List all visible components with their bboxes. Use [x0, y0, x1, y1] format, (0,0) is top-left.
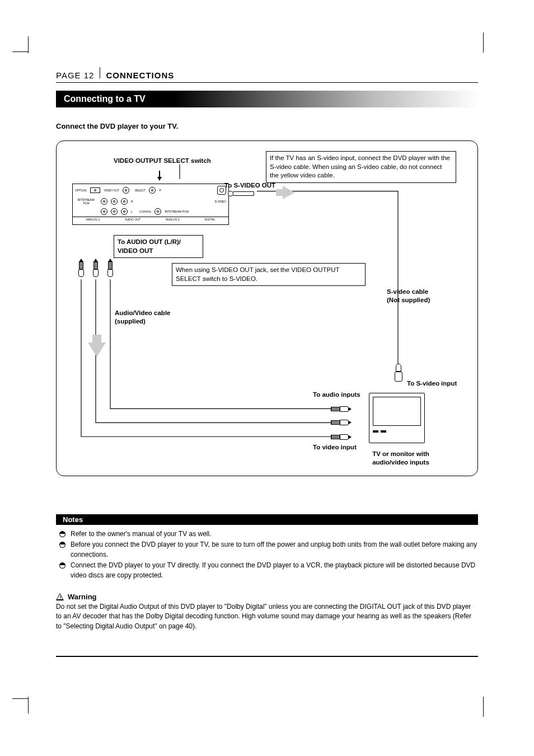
optical-port-icon	[90, 187, 100, 193]
audio-jack-icon	[121, 208, 128, 215]
panel-audio-out-label: AUDIO OUT	[125, 218, 140, 221]
panel-bitstream-label: BITSTREAM/ PCM	[75, 198, 97, 205]
svideo-info-box: If the TV has an S-video input, connect …	[266, 151, 456, 183]
audio-jack-icon	[121, 198, 128, 205]
svideo-plug-icon	[228, 188, 256, 198]
av-cable-label: Audio/Video cable (supplied)	[115, 309, 170, 326]
page-number: PAGE 12	[56, 71, 94, 80]
arrow-right-icon	[283, 186, 295, 199]
warning-body: Do not set the Digital Audio Output of t…	[56, 602, 478, 631]
section-heading-band: Connecting to a TV	[56, 91, 478, 107]
connection-diagram: VIDEO OUTPUT SELECT switch If the TV has…	[56, 140, 478, 476]
svideo-cable-label: S-video cable (Not supplied)	[387, 288, 430, 304]
panel-bitstream-label-2: BITSTREAM/ PCM	[165, 210, 189, 213]
footer-rule	[56, 656, 478, 657]
warning-triangle-icon: !	[56, 593, 64, 600]
to-video-input-label: To video input	[313, 443, 357, 452]
svideo-jack-icon	[217, 186, 226, 195]
arrow-down-icon	[88, 342, 106, 357]
audio-jack-icon	[101, 208, 107, 215]
audio-jack-icon	[101, 198, 107, 205]
panel-l-label: L	[131, 210, 133, 213]
audio-jack-icon	[111, 198, 118, 205]
warning-heading-text: Warning	[68, 593, 97, 601]
rca-plug-icon	[92, 259, 99, 277]
notes-heading-text: Notes	[63, 515, 83, 524]
crop-mark	[483, 32, 484, 53]
intro-text: Connect the DVD player to your TV.	[56, 122, 478, 130]
panel-select-label: SELECT	[135, 189, 146, 192]
notes-heading: Notes	[56, 514, 478, 525]
note-item: Refer to the owner's manual of your TV a…	[71, 529, 478, 539]
rca-plug-icon	[107, 259, 114, 277]
switch-note-box: When using S-VIDEO OUT jack, set the VID…	[172, 263, 366, 286]
page-header: PAGE 12 CONNECTIONS	[56, 67, 478, 80]
warning-heading: ! Warning	[56, 593, 478, 601]
panel-analog2-label: ANALOG 2	[166, 218, 180, 221]
to-svideo-input-label: To S-video input	[407, 379, 457, 388]
panel-p-label: P	[159, 189, 161, 192]
crop-mark	[12, 51, 28, 52]
panel-svideo-label: S-VIDEO	[214, 200, 226, 203]
arrow-down-icon	[157, 177, 162, 181]
panel-optical-label: OPTICAL	[75, 189, 87, 192]
section-title: CONNECTIONS	[106, 71, 174, 80]
rca-plug-right-icon	[331, 434, 352, 440]
crop-mark	[483, 697, 484, 717]
video-out-jack-icon	[123, 187, 129, 194]
rca-plug-icon	[78, 259, 85, 277]
dvd-back-panel: OPTICAL VIDEO OUT SELECT P BITSTREAM/ PC…	[72, 184, 229, 225]
panel-digital-label: DIGITAL	[204, 218, 215, 221]
audio-jack-icon	[111, 208, 118, 215]
panel-video-out-label: VIDEO OUT	[104, 189, 119, 192]
select-switch-icon	[149, 187, 156, 194]
panel-analog1-label: ANALOG 1	[86, 218, 100, 221]
crop-mark	[12, 698, 28, 699]
section-heading: Connecting to a TV	[64, 94, 146, 104]
header-divider	[100, 67, 100, 78]
crop-mark	[28, 697, 29, 713]
note-item: Before you connect the DVD player to you…	[71, 540, 478, 560]
crop-mark	[28, 36, 29, 53]
rca-plug-right-icon	[331, 420, 352, 425]
tv-icon	[369, 393, 425, 443]
video-output-select-label: VIDEO OUTPUT SELECT switch	[114, 157, 211, 165]
coaxial-jack-icon	[154, 208, 161, 215]
notes-list: Refer to the owner's manual of your TV a…	[56, 529, 478, 580]
to-audio-out-label: To AUDIO OUT (L/R)/ VIDEO OUT	[114, 235, 203, 258]
tv-label: TV or monitor with audio/video inputs	[359, 450, 443, 467]
header-rule	[56, 82, 478, 83]
svideo-plug-down-icon	[394, 364, 404, 382]
note-item: Connect the DVD player to your TV direct…	[71, 561, 478, 580]
to-audio-inputs-label: To audio inputs	[313, 391, 360, 399]
panel-coaxial-label: COAXIAL	[139, 210, 152, 213]
panel-r-label: R	[131, 200, 133, 203]
rca-plug-right-icon	[331, 406, 352, 412]
